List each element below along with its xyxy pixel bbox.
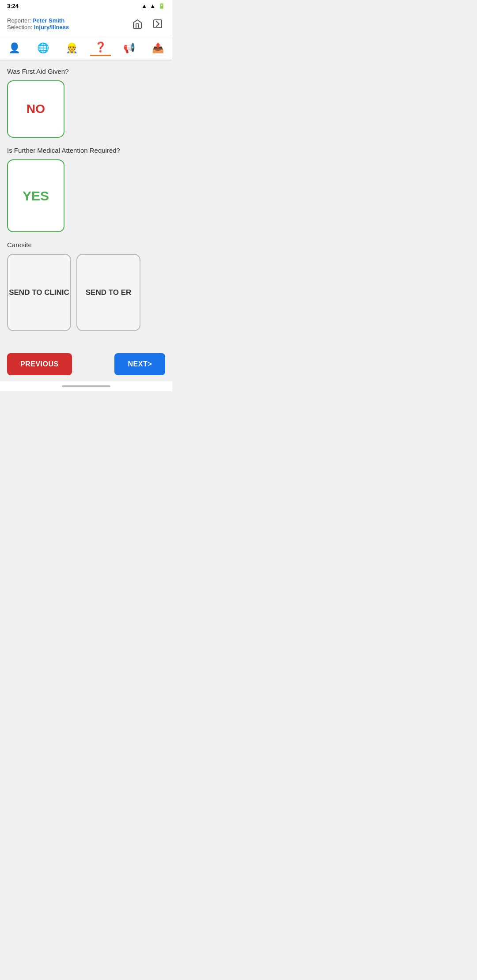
header: Reporter: Peter Smith Selection: Injury/…: [0, 12, 172, 36]
first-aid-no-button[interactable]: NO: [7, 80, 64, 138]
send-to-er-label: SEND TO ER: [86, 287, 132, 298]
further-medical-yes-button[interactable]: YES: [7, 159, 64, 232]
first-aid-no-label: NO: [26, 102, 45, 116]
selection-value: Injury/Illness: [34, 24, 69, 30]
tab-question[interactable]: ❓: [90, 40, 111, 56]
globe-icon: 🌐: [37, 42, 49, 54]
further-medical-yes-label: YES: [23, 188, 49, 204]
upload-icon: 📤: [152, 42, 164, 54]
wifi-icon: ▲: [141, 3, 147, 9]
tab-upload[interactable]: 📤: [148, 41, 168, 56]
next-button[interactable]: NEXT>: [114, 353, 165, 375]
home-bar: [62, 385, 110, 387]
status-time: 3:24: [7, 3, 19, 9]
send-to-er-button[interactable]: SEND TO ER: [76, 254, 140, 331]
battery-icon: 🔋: [158, 3, 165, 9]
question-icon: ❓: [95, 41, 106, 53]
worker-icon: 👷: [66, 42, 78, 54]
send-to-clinic-label: SEND TO CLINIC: [9, 287, 69, 298]
submit-icon[interactable]: [150, 16, 165, 31]
send-to-clinic-button[interactable]: SEND TO CLINIC: [7, 254, 71, 331]
caresite-options: SEND TO CLINIC SEND TO ER: [7, 254, 165, 331]
bottom-bar: PREVIOUS NEXT>: [0, 347, 172, 381]
home-indicator: [0, 381, 172, 391]
tab-person[interactable]: 👤: [4, 41, 25, 56]
tab-worker[interactable]: 👷: [61, 41, 82, 56]
first-aid-options: NO: [7, 80, 165, 138]
home-icon[interactable]: [130, 16, 145, 31]
header-info: Reporter: Peter Smith Selection: Injury/…: [7, 17, 69, 30]
person-icon: 👤: [8, 42, 20, 54]
signal-icon: ▲: [150, 3, 155, 9]
further-medical-options: YES: [7, 159, 165, 232]
tab-megaphone[interactable]: 📢: [119, 41, 140, 56]
reporter-name: Peter Smith: [33, 17, 64, 24]
previous-button[interactable]: PREVIOUS: [7, 353, 72, 375]
first-aid-question: Was First Aid Given?: [7, 68, 165, 75]
reporter-label: Reporter:: [7, 17, 31, 24]
main-content: Was First Aid Given? NO Is Further Medic…: [0, 60, 172, 338]
further-medical-question: Is Further Medical Attention Required?: [7, 147, 165, 154]
megaphone-icon: 📢: [123, 42, 135, 54]
tab-bar: 👤 🌐 👷 ❓ 📢 📤: [0, 36, 172, 60]
status-bar: 3:24 ▲ ▲ 🔋: [0, 0, 172, 12]
caresite-label: Caresite: [7, 241, 165, 249]
selection-label: Selection:: [7, 24, 32, 30]
tab-globe[interactable]: 🌐: [33, 41, 53, 56]
header-icons: [130, 16, 165, 31]
svg-rect-0: [154, 20, 162, 28]
